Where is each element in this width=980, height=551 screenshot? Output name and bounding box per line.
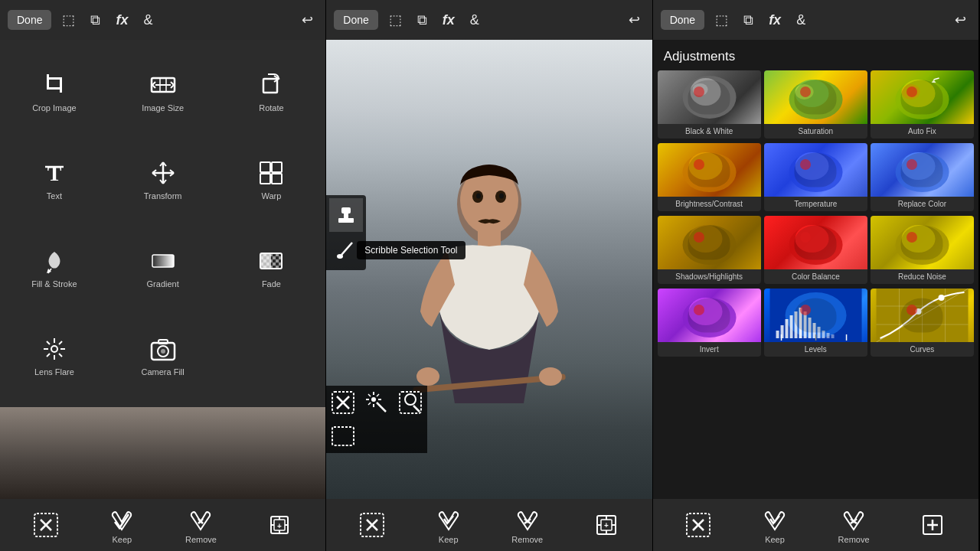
tool-text[interactable]: T Text: [0, 135, 109, 223]
adjustments-grid: Black & White Saturation: [653, 70, 978, 358]
adj-curves[interactable]: Curves: [871, 289, 974, 357]
tool-crop-image[interactable]: Crop Image: [0, 47, 109, 135]
image-size-label: Image Size: [142, 103, 184, 112]
tool-warp[interactable]: Warp: [217, 135, 326, 223]
undo-icon-p2[interactable]: ↩: [624, 8, 645, 31]
select-btn-p2[interactable]: [359, 512, 385, 538]
lasso-tool-btn[interactable]: [394, 386, 427, 419]
svg-point-98: [690, 78, 720, 106]
adjustments-icon-p3[interactable]: ⧉: [739, 9, 758, 31]
fx-icon-p1[interactable]: fx: [111, 9, 132, 31]
adj-auto-fix[interactable]: Auto Fix: [871, 70, 974, 139]
adj-shadows[interactable]: Shadows/Highlights: [658, 216, 761, 284]
selection-icon-p3[interactable]: ⬚: [710, 8, 733, 31]
adjustments-content: Adjustments Black & White: [653, 40, 978, 499]
selection-icon-p1[interactable]: ⬚: [57, 8, 80, 31]
svg-point-102: [789, 80, 842, 119]
eraser-tool-btn[interactable]: [326, 386, 360, 419]
keep-label-p3: Keep: [765, 535, 785, 544]
levels-thumb: [764, 289, 867, 342]
tool-image-size[interactable]: Image Size: [109, 47, 217, 135]
photo-canvas[interactable]: Scribble Selection Tool: [326, 40, 652, 499]
toolbar-panel3: Done ⬚ ⧉ fx & ↩: [653, 0, 978, 40]
adj-invert[interactable]: Invert: [658, 289, 761, 357]
tool-camera-fill[interactable]: Camera Fill: [109, 311, 217, 399]
tool-rotate[interactable]: Rotate: [217, 47, 326, 135]
colorbalance-label: Color Balance: [790, 269, 841, 284]
rotate-icon: [257, 71, 285, 99]
fx-icon-p2[interactable]: fx: [438, 9, 459, 31]
svg-line-37: [47, 354, 50, 357]
tool-transform[interactable]: Transform: [109, 135, 217, 223]
svg-text:+: +: [278, 522, 283, 530]
adj-reduce-noise[interactable]: Reduce Noise: [871, 216, 974, 284]
svg-point-136: [688, 298, 722, 325]
reducenoise-label: Reduce Noise: [897, 269, 948, 284]
keep-btn-p1[interactable]: Keep: [109, 507, 135, 544]
gradient-label: Gradient: [147, 279, 179, 289]
bw-label: Black & White: [684, 124, 734, 139]
svg-rect-146: [799, 308, 802, 338]
svg-point-128: [795, 225, 828, 253]
tool-fill-stroke[interactable]: Fill & Stroke: [0, 223, 109, 311]
magic-wand-btn[interactable]: [360, 386, 394, 419]
layers-btn-p1[interactable]: +: [266, 512, 292, 538]
bw-thumb: [658, 70, 761, 124]
svg-point-164: [915, 308, 921, 315]
tool-gradient[interactable]: Gradient: [109, 223, 217, 311]
adj-levels[interactable]: Levels: [764, 289, 867, 357]
svg-rect-40: [158, 340, 168, 344]
done-button-p1[interactable]: Done: [8, 10, 51, 30]
adj-replace-color[interactable]: Replace Color: [871, 143, 974, 211]
svg-rect-20: [260, 174, 270, 184]
saturation-thumb: [764, 70, 867, 124]
svg-point-116: [795, 152, 828, 180]
brush-tool-btn[interactable]: Scribble Selection Tool: [329, 233, 363, 267]
remove-btn-p3[interactable]: Remove: [838, 507, 870, 544]
layers-add-icon: [920, 512, 946, 538]
layers-icon: +: [266, 512, 292, 538]
svg-rect-147: [803, 311, 806, 338]
blend-icon-p1[interactable]: &: [139, 9, 157, 31]
done-button-p3[interactable]: Done: [661, 10, 704, 30]
undo-icon-p3[interactable]: ↩: [950, 8, 971, 31]
blend-icon-p2[interactable]: &: [466, 9, 484, 31]
adj-saturation[interactable]: Saturation: [764, 70, 867, 139]
select-btn-p3[interactable]: [685, 512, 711, 538]
tool-fade[interactable]: Fade: [217, 223, 326, 311]
invert-label: Invert: [698, 342, 720, 357]
keep-btn-p3[interactable]: Keep: [762, 507, 788, 544]
rect-select-btn[interactable]: [326, 419, 360, 453]
adj-brightness[interactable]: Brightness/Contrast: [658, 143, 761, 211]
curves-thumb: [871, 289, 974, 342]
selection-icon-p2[interactable]: ⬚: [384, 8, 407, 31]
svg-point-109: [901, 84, 920, 99]
svg-point-107: [895, 80, 949, 119]
remove-btn-p1[interactable]: Remove: [185, 507, 217, 544]
adjustments-icon-p1[interactable]: ⧉: [86, 9, 105, 31]
adjustments-icon-p2[interactable]: ⧉: [413, 9, 432, 31]
remove-btn-p2[interactable]: Remove: [511, 507, 543, 544]
select-x-icon: [33, 512, 59, 538]
scribble-tooltip: Scribble Selection Tool: [357, 241, 465, 259]
layers-btn-p2[interactable]: +: [593, 512, 619, 538]
svg-rect-141: [776, 331, 779, 338]
select-btn-p1[interactable]: [33, 512, 59, 538]
fill-stroke-label: Fill & Stroke: [31, 279, 77, 289]
blend-icon-p3[interactable]: &: [792, 9, 810, 31]
stamp-tool-btn[interactable]: [329, 198, 363, 232]
adj-temperature[interactable]: Temperature: [764, 143, 867, 211]
tool-lens-flare[interactable]: Lens Flare: [0, 311, 109, 399]
keep-btn-p2[interactable]: Keep: [436, 507, 462, 544]
svg-point-119: [895, 152, 949, 192]
undo-icon-p1[interactable]: ↩: [297, 8, 318, 31]
svg-line-80: [368, 403, 371, 405]
fx-icon-p3[interactable]: fx: [764, 9, 786, 31]
adj-color-balance[interactable]: Color Balance: [764, 216, 867, 284]
done-button-p2[interactable]: Done: [334, 10, 377, 30]
transform-label: Transform: [144, 191, 182, 201]
svg-rect-3: [47, 77, 62, 80]
layers-btn-p3[interactable]: [920, 512, 946, 538]
adj-black-white[interactable]: Black & White: [658, 70, 761, 139]
svg-rect-143: [785, 319, 788, 338]
